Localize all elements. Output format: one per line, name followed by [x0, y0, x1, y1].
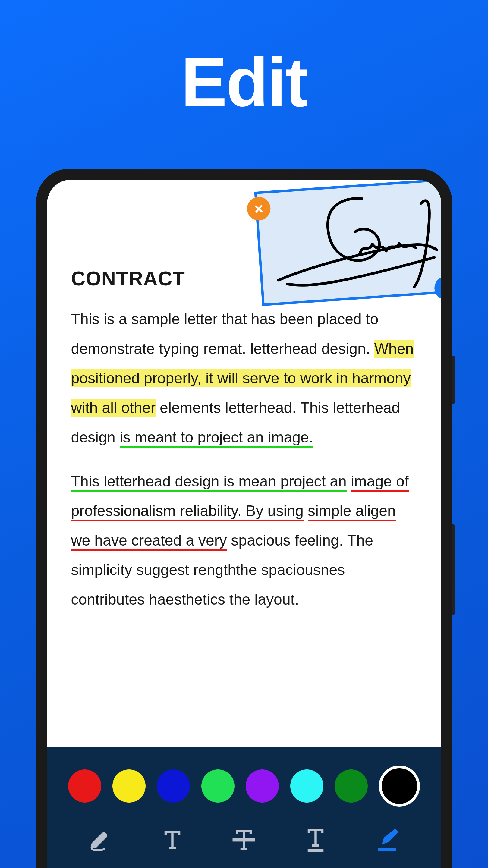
- svg-rect-3: [378, 848, 396, 850]
- close-icon: ×: [253, 201, 264, 217]
- color-swatch-purple[interactable]: [246, 770, 279, 803]
- annotation-toolbar: [47, 747, 441, 868]
- phone-side-button: [452, 524, 455, 615]
- text-plain: This is a sample letter that has been pl…: [71, 311, 378, 357]
- strikethrough-icon: [230, 825, 257, 852]
- svg-rect-0: [233, 838, 255, 841]
- text-underlined-green: is meant to project an image.: [120, 429, 313, 448]
- svg-rect-1: [308, 849, 324, 852]
- color-swatch-row: [47, 747, 441, 807]
- resize-icon: [439, 281, 441, 295]
- color-swatch-black[interactable]: [379, 766, 420, 807]
- highlighter-tool[interactable]: [83, 824, 119, 854]
- tool-row: [47, 807, 441, 868]
- svg-point-2: [384, 839, 387, 842]
- highlighter-icon: [87, 825, 114, 852]
- signature-tool[interactable]: [369, 824, 405, 854]
- color-swatch-dark-green[interactable]: [335, 770, 368, 803]
- text-underlined-green: This letterhead design is mean project a…: [71, 473, 347, 492]
- color-swatch-yellow[interactable]: [113, 770, 146, 803]
- signature-object[interactable]: ×: [254, 180, 441, 306]
- signature-svg: [257, 181, 441, 304]
- color-swatch-blue[interactable]: [157, 770, 190, 803]
- text-icon: [159, 825, 186, 852]
- phone-screen: CONTRACT This is a sample letter that ha…: [47, 180, 441, 868]
- page-title: Edit: [0, 42, 488, 122]
- phone-frame: CONTRACT This is a sample letter that ha…: [36, 169, 452, 868]
- signature-box[interactable]: [254, 180, 441, 306]
- text-plain: [304, 502, 308, 519]
- text-plain: [347, 473, 351, 490]
- paragraph: This letterhead design is mean project a…: [71, 467, 417, 614]
- phone-side-button: [452, 355, 455, 404]
- color-swatch-cyan[interactable]: [290, 770, 324, 803]
- underline-icon: [302, 825, 329, 852]
- underline-tool[interactable]: [298, 824, 334, 854]
- strikethrough-tool[interactable]: [226, 824, 262, 854]
- color-swatch-green[interactable]: [201, 770, 235, 803]
- text-tool[interactable]: [154, 824, 190, 854]
- paragraph: This is a sample letter that has been pl…: [71, 304, 417, 452]
- document-body: This is a sample letter that has been pl…: [71, 304, 417, 614]
- pen-nib-icon: [374, 825, 401, 852]
- color-swatch-red[interactable]: [68, 770, 101, 803]
